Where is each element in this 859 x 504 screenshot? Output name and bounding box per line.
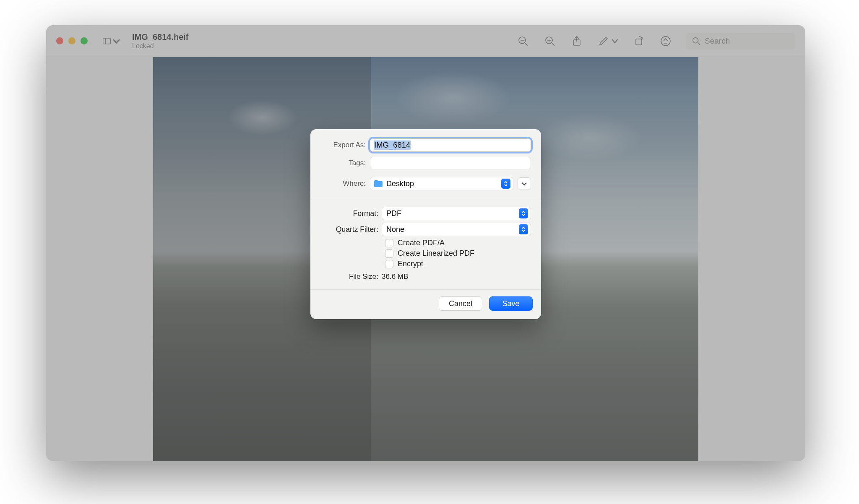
sidebar-icon: [103, 36, 111, 46]
where-stepper-icon: [501, 179, 510, 189]
svg-line-14: [698, 42, 700, 44]
create-linearized-checkbox[interactable]: Create Linearized PDF: [385, 249, 531, 258]
rotate-icon: [633, 35, 645, 47]
create-pdfa-label: Create PDF/A: [398, 239, 445, 247]
info-icon: [660, 35, 672, 47]
filename-field[interactable]: IMG_6814: [370, 138, 531, 152]
svg-line-3: [525, 43, 528, 46]
info-button[interactable]: [659, 35, 672, 47]
sidebar-toggle-button[interactable]: [103, 34, 120, 49]
zoom-out-icon: [517, 35, 529, 47]
chevron-down-icon: [521, 182, 527, 186]
rotate-button[interactable]: [633, 35, 645, 47]
export-sheet: Export As: IMG_6814 Tags: Where:: [310, 129, 541, 319]
share-icon: [571, 35, 583, 47]
checkbox-icon: [385, 239, 393, 247]
export-as-label: Export As:: [320, 141, 370, 149]
svg-point-13: [693, 37, 698, 43]
quartz-stepper-icon: [519, 224, 528, 234]
checkbox-icon: [385, 260, 393, 268]
sheet-button-bar: Cancel Save: [310, 289, 541, 319]
tags-label: Tags:: [320, 159, 370, 167]
zoom-in-icon: [544, 35, 556, 47]
format-value: PDF: [386, 209, 401, 218]
toolbar: IMG_6814.heif Locked: [46, 25, 805, 57]
share-button[interactable]: [570, 35, 583, 47]
svg-point-11: [661, 36, 670, 46]
window-controls: [56, 37, 88, 44]
chevron-down-icon: [112, 36, 120, 46]
filename-value: IMG_6814: [374, 140, 411, 150]
minimize-window-button[interactable]: [68, 37, 75, 44]
format-stepper-icon: [519, 208, 528, 218]
search-placeholder: Search: [705, 36, 730, 46]
format-label: Format:: [320, 209, 382, 218]
markup-menu-button[interactable]: [612, 35, 618, 47]
pencil-icon: [598, 35, 609, 47]
where-popup[interactable]: Desktop: [370, 177, 513, 190]
tags-field[interactable]: [370, 157, 531, 169]
checkbox-icon: [385, 249, 393, 258]
expand-save-panel-button[interactable]: [518, 177, 531, 190]
file-size-label: File Size:: [320, 273, 382, 281]
save-button[interactable]: Save: [489, 296, 533, 311]
quartz-filter-label: Quartz Filter:: [320, 225, 382, 234]
fullscreen-window-button[interactable]: [81, 37, 88, 44]
chevron-down-icon: [612, 35, 618, 47]
svg-rect-0: [103, 38, 111, 44]
file-size-value: 36.6 MB: [382, 273, 408, 281]
close-window-button[interactable]: [56, 37, 63, 44]
format-popup[interactable]: PDF: [382, 207, 531, 220]
preview-window: IMG_6814.heif Locked: [46, 25, 805, 461]
zoom-out-button[interactable]: [517, 35, 529, 47]
search-icon: [692, 37, 700, 45]
quartz-filter-popup[interactable]: None: [382, 223, 531, 236]
encrypt-label: Encrypt: [398, 260, 423, 268]
encrypt-checkbox[interactable]: Encrypt: [385, 260, 531, 268]
create-linearized-label: Create Linearized PDF: [398, 249, 474, 258]
window-title: IMG_6814.heif: [132, 32, 189, 42]
search-field[interactable]: Search: [686, 33, 795, 49]
where-label: Where:: [320, 179, 370, 188]
cancel-button[interactable]: Cancel: [439, 296, 482, 311]
quartz-filter-value: None: [386, 225, 404, 234]
svg-line-6: [552, 43, 554, 46]
window-title-block: IMG_6814.heif Locked: [132, 32, 189, 50]
svg-rect-10: [636, 39, 642, 45]
where-value: Desktop: [386, 179, 414, 188]
zoom-in-button[interactable]: [544, 35, 556, 47]
folder-icon: [374, 180, 383, 187]
toolbar-actions: Search: [517, 33, 795, 49]
window-subtitle: Locked: [132, 42, 189, 50]
create-pdfa-checkbox[interactable]: Create PDF/A: [385, 239, 531, 247]
markup-button[interactable]: [597, 35, 610, 47]
